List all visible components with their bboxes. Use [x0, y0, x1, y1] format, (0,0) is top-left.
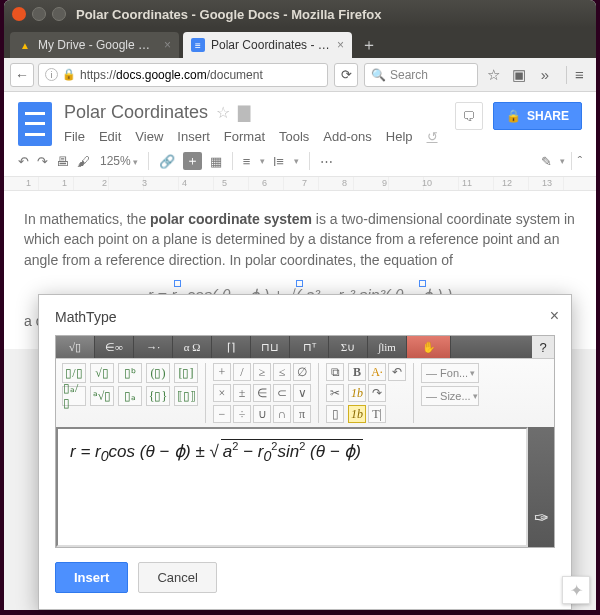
mt-sub-button[interactable]: ▯ₐ — [118, 386, 142, 406]
mt-tab-sets[interactable]: ∈∞ — [95, 336, 134, 358]
mt-op[interactable]: − — [213, 405, 231, 423]
mathtype-dialog: MathType × √▯ ∈∞ →· α Ω ⌈⌉ ⊓⊔ ⊓ᵀ Σ∪ ∫lim… — [38, 294, 572, 610]
mt-sqrt-button[interactable]: √▯ — [90, 363, 114, 383]
mt-op[interactable]: ≥ — [253, 363, 271, 381]
mathtype-panel: √▯ ∈∞ →· α Ω ⌈⌉ ⊓⊔ ⊓ᵀ Σ∪ ∫lim ✋ ? ▯/▯ ▯ₐ… — [55, 335, 555, 548]
mt-undo-button[interactable]: ↶ — [388, 363, 406, 381]
mt-op[interactable]: / — [233, 363, 251, 381]
modal-overlay: MathType × √▯ ∈∞ →· α Ω ⌈⌉ ⊓⊔ ⊓ᵀ Σ∪ ∫lim… — [4, 0, 596, 610]
mt-bold-button[interactable]: B — [348, 363, 366, 381]
mt-bracket-button[interactable]: [▯] — [174, 363, 198, 383]
mt-op[interactable]: ∨ — [293, 384, 311, 402]
mt-tab-handwriting[interactable]: ✋ — [407, 336, 451, 358]
mt-tab-script[interactable]: ⊓ᵀ — [290, 336, 329, 358]
mt-op[interactable]: ± — [233, 384, 251, 402]
mt-paste-button[interactable]: ▯ — [326, 405, 344, 423]
mt-text-button[interactable]: T| — [368, 405, 386, 423]
mt-op[interactable]: ∅ — [293, 363, 311, 381]
mathtype-editor: r = r0cos (θ − ϕ) ± √a2 − r02sin2 (θ − ϕ… — [56, 427, 554, 547]
mt-dbracket-button[interactable]: ⟦▯⟧ — [174, 386, 198, 406]
insert-button[interactable]: Insert — [55, 562, 128, 593]
mathtype-tabstrip: √▯ ∈∞ →· α Ω ⌈⌉ ⊓⊔ ⊓ᵀ Σ∪ ∫lim ✋ ? — [56, 336, 554, 358]
mt-op[interactable]: ∈ — [253, 384, 271, 402]
mt-op[interactable]: π — [293, 405, 311, 423]
mt-tab-matrix[interactable]: ⌈⌉ — [212, 336, 251, 358]
mathtype-toolbox: ▯/▯ ▯ₐ/▯ √▯ ᵃ√▯ ▯ᵇ ▯ₐ (▯) {▯} — [56, 358, 554, 427]
mt-sup-button[interactable]: ▯ᵇ — [118, 363, 142, 383]
mt-fraction-sub-button[interactable]: ▯ₐ/▯ — [62, 386, 86, 406]
mt-op[interactable]: ⊂ — [273, 384, 291, 402]
mt-help-button[interactable]: ? — [532, 336, 554, 358]
cancel-button[interactable]: Cancel — [138, 562, 216, 593]
mt-op[interactable]: ∪ — [253, 405, 271, 423]
mt-tab-greek[interactable]: α Ω — [173, 336, 212, 358]
mt-tab-bigop[interactable]: Σ∪ — [329, 336, 368, 358]
mt-tab-arrows[interactable]: →· — [134, 336, 173, 358]
mt-size-select[interactable]: — Size... ▾ — [421, 386, 479, 406]
mt-op[interactable]: + — [213, 363, 231, 381]
mt-italic-button[interactable]: 1b — [348, 384, 366, 402]
mt-font-select[interactable]: — Fon... ▾ — [421, 363, 479, 383]
explore-button[interactable]: ✦ — [562, 576, 590, 604]
mt-op[interactable]: ∩ — [273, 405, 291, 423]
equation-canvas[interactable]: r = r0cos (θ − ϕ) ± √a2 − r02sin2 (θ − ϕ… — [56, 427, 528, 547]
mt-tab-calculus[interactable]: ∫lim — [368, 336, 407, 358]
dialog-close-button[interactable]: × — [550, 307, 559, 325]
mt-op[interactable]: ÷ — [233, 405, 251, 423]
mt-op[interactable]: ≤ — [273, 363, 291, 381]
mt-cut-button[interactable]: ✂ — [326, 384, 344, 402]
mt-paren-button[interactable]: (▯) — [146, 363, 170, 383]
mt-brace-button[interactable]: {▯} — [146, 386, 170, 406]
dialog-title: MathType — [55, 309, 555, 325]
mt-color-button[interactable]: A· — [368, 363, 386, 381]
mt-op[interactable]: × — [213, 384, 231, 402]
mt-tab-fractions[interactable]: √▯ — [56, 336, 95, 358]
mt-tab-brackets[interactable]: ⊓⊔ — [251, 336, 290, 358]
mt-fraction-button[interactable]: ▯/▯ — [62, 363, 86, 383]
mt-style-button[interactable]: 1b — [348, 405, 366, 423]
mt-redo-button[interactable]: ↷ — [368, 384, 386, 402]
mt-copy-button[interactable]: ⧉ — [326, 363, 344, 381]
mt-nroot-button[interactable]: ᵃ√▯ — [90, 386, 114, 406]
handwriting-sidebar[interactable]: ✑ — [528, 427, 554, 547]
